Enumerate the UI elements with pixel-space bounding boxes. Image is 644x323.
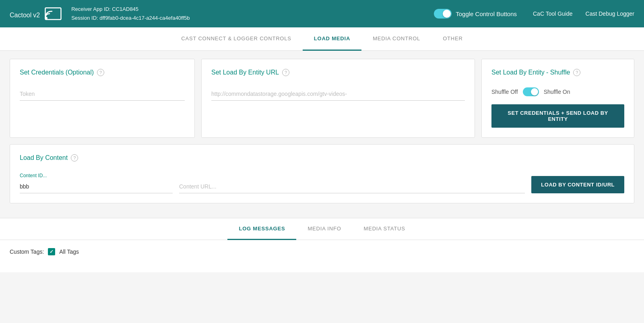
receiver-app-id: Receiver App ID: CC1AD845	[71, 5, 434, 14]
entity-url-title: Set Load By Entity URL ?	[211, 69, 465, 76]
entity-url-input[interactable]	[211, 87, 465, 101]
logo: Cactoolv2	[10, 7, 62, 20]
shuffle-on-label: Shuffle On	[544, 89, 570, 95]
tab-media-status[interactable]: MEDIA STATUS	[353, 218, 417, 240]
tab-cast-connect[interactable]: CAST CONNECT & LOGGER CONTROLS	[170, 27, 302, 51]
main-tabs-bar: CAST CONNECT & LOGGER CONTROLS LOAD MEDI…	[0, 27, 644, 51]
content-url-group	[179, 180, 525, 193]
content-url-input[interactable]	[179, 180, 525, 193]
load-content-card: Load By Content ? Content ID... LOAD BY …	[10, 144, 634, 203]
custom-tags-label: Custom Tags:	[10, 248, 44, 255]
bottom-content: Custom Tags: All Tags	[0, 240, 644, 272]
custom-tags-row: Custom Tags: All Tags	[10, 248, 634, 255]
shuffle-card: Set Load By Entity - Shuffle ? Shuffle O…	[481, 59, 634, 138]
content-id-input[interactable]	[20, 180, 173, 193]
logo-text: Cactoolv2	[10, 7, 40, 20]
cast-debug-logger-link[interactable]: Cast Debug Logger	[586, 10, 634, 17]
shuffle-controls: Shuffle Off Shuffle On	[491, 87, 624, 96]
shuffle-off-label: Shuffle Off	[491, 89, 518, 95]
entity-url-help-icon[interactable]: ?	[282, 69, 289, 76]
entity-url-card: Set Load By Entity URL ?	[201, 59, 475, 138]
credentials-title: Set Credentials (Optional) ?	[20, 69, 185, 76]
tab-other[interactable]: OTHER	[431, 27, 474, 51]
top-cards-row: Set Credentials (Optional) ? Set Load By…	[10, 59, 634, 138]
tab-media-control[interactable]: MEDIA CONTROL	[361, 27, 431, 51]
header-ids: Receiver App ID: CC1AD845 Session ID: df…	[71, 5, 434, 23]
toggle-section: Toggle Control Buttons	[434, 9, 517, 19]
main-content: Set Credentials (Optional) ? Set Load By…	[0, 51, 644, 218]
all-tags-label: All Tags	[59, 248, 79, 255]
load-content-help-icon[interactable]: ?	[71, 154, 78, 162]
cast-icon	[45, 7, 62, 20]
tab-load-media[interactable]: LOAD MEDIA	[303, 27, 361, 51]
all-tags-checkbox[interactable]	[48, 248, 55, 255]
header: Cactoolv2 Receiver App ID: CC1AD845 Sess…	[0, 0, 644, 27]
load-by-content-button[interactable]: LOAD BY CONTENT ID/URL	[531, 176, 624, 193]
bottom-section: LOG MESSAGES MEDIA INFO MEDIA STATUS Cus…	[0, 218, 644, 272]
credentials-help-icon[interactable]: ?	[97, 69, 104, 76]
toggle-control-buttons[interactable]	[434, 9, 452, 19]
content-id-group: Content ID...	[20, 173, 173, 193]
tab-log-messages[interactable]: LOG MESSAGES	[227, 218, 296, 240]
token-input[interactable]	[20, 87, 185, 101]
bottom-tabs-bar: LOG MESSAGES MEDIA INFO MEDIA STATUS	[0, 218, 644, 240]
toggle-label: Toggle Control Buttons	[456, 10, 517, 17]
set-credentials-send-load-button[interactable]: SET CREDENTIALS + SEND LOAD BY ENTITY	[491, 104, 624, 128]
session-id: Session ID: dff9fab0-dcea-4c17-a244-ca4e…	[71, 14, 434, 23]
content-id-label: Content ID...	[20, 173, 173, 178]
svg-point-1	[45, 17, 47, 19]
load-content-title: Load By Content ?	[20, 154, 624, 162]
shuffle-title: Set Load By Entity - Shuffle ?	[491, 69, 624, 76]
credentials-card: Set Credentials (Optional) ?	[10, 59, 195, 138]
shuffle-help-icon[interactable]: ?	[573, 69, 580, 76]
header-links: CaC Tool Guide Cast Debug Logger	[533, 10, 634, 17]
shuffle-toggle[interactable]	[523, 87, 539, 96]
cac-tool-guide-link[interactable]: CaC Tool Guide	[533, 10, 573, 17]
load-content-inputs: Content ID... LOAD BY CONTENT ID/URL	[20, 173, 624, 193]
tab-media-info[interactable]: MEDIA INFO	[296, 218, 352, 240]
